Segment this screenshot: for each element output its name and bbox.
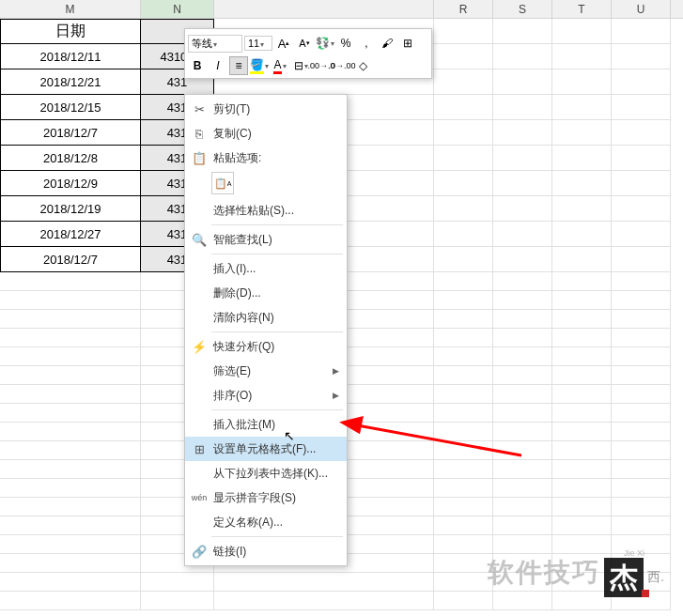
paste-option-default[interactable]: 📋A [211, 172, 234, 194]
menu-show-phonetic[interactable]: wén显示拼音字段(S) [185, 485, 347, 510]
context-menu: ✂剪切(T) ⎘复制(C) 📋粘贴选项: 📋A 选择性粘贴(S)... 🔍智能查… [184, 94, 348, 566]
menu-define-name[interactable]: 定义名称(A)... [185, 510, 347, 534]
format-cells-icon: ⊞ [189, 439, 210, 458]
menu-delete[interactable]: 删除(D)... [185, 281, 347, 305]
decrease-font-icon[interactable]: A▾ [295, 34, 314, 53]
format-painter-icon[interactable]: 🖌 [378, 34, 396, 53]
menu-clear[interactable]: 清除内容(N) [185, 305, 347, 330]
menu-cut[interactable]: ✂剪切(T) [185, 97, 347, 121]
phonetic-icon: wén [189, 488, 210, 507]
empty-cell[interactable] [612, 19, 671, 44]
menu-paste-special[interactable]: 选择性粘贴(S)... [185, 198, 347, 223]
column-headers: M N R S T U [0, 0, 683, 19]
fill-color-icon[interactable]: 🪣▾ [250, 56, 269, 75]
italic-button[interactable]: I [209, 56, 227, 75]
watermark-sub: 西. [647, 569, 664, 586]
empty-cell[interactable] [493, 19, 552, 44]
cell-date[interactable]: 2018/12/19 [0, 196, 141, 222]
comma-icon[interactable]: , [357, 34, 376, 53]
col-header-m[interactable]: M [0, 0, 141, 18]
header-date[interactable]: 日期 [0, 19, 141, 44]
clipboard-icon: 📋 [189, 148, 210, 167]
bold-button[interactable]: B [188, 56, 207, 75]
cell-date[interactable]: 2018/12/7 [0, 247, 141, 272]
cell-date[interactable]: 2018/12/15 [0, 95, 141, 120]
menu-paste-options-header: 📋粘贴选项: [185, 146, 347, 170]
menu-quick-analysis[interactable]: ⚡快速分析(Q) [185, 334, 347, 359]
font-size-select[interactable]: 11▾ [244, 36, 272, 51]
increase-font-icon[interactable]: A▴ [274, 34, 293, 53]
empty-cell[interactable] [434, 19, 493, 44]
watermark-text: 软件技巧 [488, 555, 600, 591]
col-header-u[interactable]: U [612, 0, 671, 18]
cell-date[interactable]: 2018/12/21 [0, 69, 141, 95]
col-header-n[interactable]: N [141, 0, 214, 18]
submenu-arrow-icon: ▶ [333, 366, 339, 376]
col-header-r[interactable]: R [434, 0, 493, 18]
submenu-arrow-icon: ▶ [333, 391, 339, 400]
menu-insert-comment[interactable]: 插入批注(M) [185, 412, 347, 437]
analysis-icon: ⚡ [189, 337, 210, 356]
search-icon: 🔍 [189, 230, 210, 249]
cell-date[interactable]: 2018/12/27 [0, 222, 141, 247]
cell-date[interactable]: 2018/12/9 [0, 171, 141, 196]
menu-filter[interactable]: 筛选(E)▶ [185, 359, 347, 383]
menu-smart-lookup[interactable]: 🔍智能查找(L) [185, 227, 347, 252]
cell-date[interactable]: 2018/12/7 [0, 120, 141, 146]
align-center-icon[interactable]: ≡ [229, 56, 248, 75]
mini-toolbar: 等线▾ 11▾ A▴ A▾ 💱▾ % , 🖌 ⊞ B I ≡ 🪣▾ A▾ ⊟▾ … [184, 28, 432, 79]
menu-sort[interactable]: 排序(O)▶ [185, 383, 347, 408]
decrease-decimal-icon[interactable]: .0→.00 [333, 56, 351, 75]
cell-date[interactable]: 2018/12/11 [0, 44, 141, 69]
font-name-select[interactable]: 等线▾ [188, 35, 242, 53]
scissors-icon: ✂ [189, 100, 210, 118]
col-header-s[interactable]: S [493, 0, 552, 18]
col-header-gap[interactable] [214, 0, 434, 18]
col-header-t[interactable]: T [552, 0, 612, 18]
menu-pick-from-list[interactable]: 从下拉列表中选择(K)... [185, 461, 347, 485]
empty-cell[interactable] [552, 19, 612, 44]
menu-copy[interactable]: ⎘复制(C) [185, 121, 347, 146]
watermark: 软件技巧 Jie Xi 杰 西. [488, 548, 664, 597]
watermark-logo: 杰 [604, 558, 644, 597]
menu-hyperlink[interactable]: 🔗链接(I) [185, 539, 347, 563]
borders-icon[interactable]: ⊞ [398, 34, 417, 53]
cell-date[interactable]: 2018/12/8 [0, 146, 141, 171]
menu-format-cells[interactable]: ⊞设置单元格格式(F)... [185, 437, 347, 461]
percent-icon[interactable]: % [336, 34, 355, 53]
accounting-format-icon[interactable]: 💱▾ [316, 34, 334, 53]
clear-format-icon[interactable]: ◇ [353, 56, 372, 75]
copy-icon: ⎘ [189, 124, 210, 143]
font-color-icon[interactable]: A▾ [271, 56, 289, 75]
link-icon: 🔗 [189, 542, 210, 561]
menu-insert[interactable]: 插入(I)... [185, 256, 347, 281]
